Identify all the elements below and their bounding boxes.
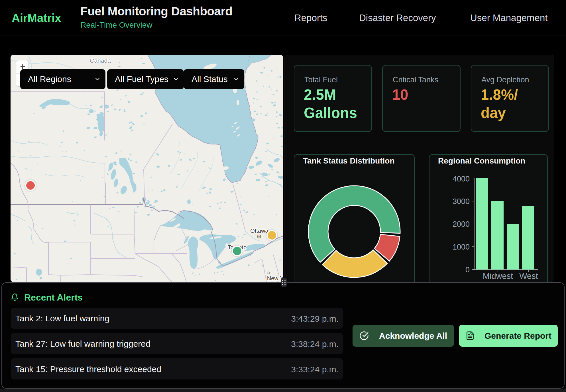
svg-text:West: West: [519, 271, 538, 281]
svg-text:4000: 4000: [453, 175, 470, 183]
svg-text:2000: 2000: [453, 220, 470, 228]
svg-text:Ottawa: Ottawa: [250, 228, 268, 234]
svg-text:Canada: Canada: [90, 57, 111, 64]
svg-text:3000: 3000: [453, 197, 470, 206]
svg-text:Midwest: Midwest: [483, 271, 513, 281]
svg-text:0: 0: [465, 266, 470, 274]
svg-text:1000: 1000: [453, 243, 470, 251]
